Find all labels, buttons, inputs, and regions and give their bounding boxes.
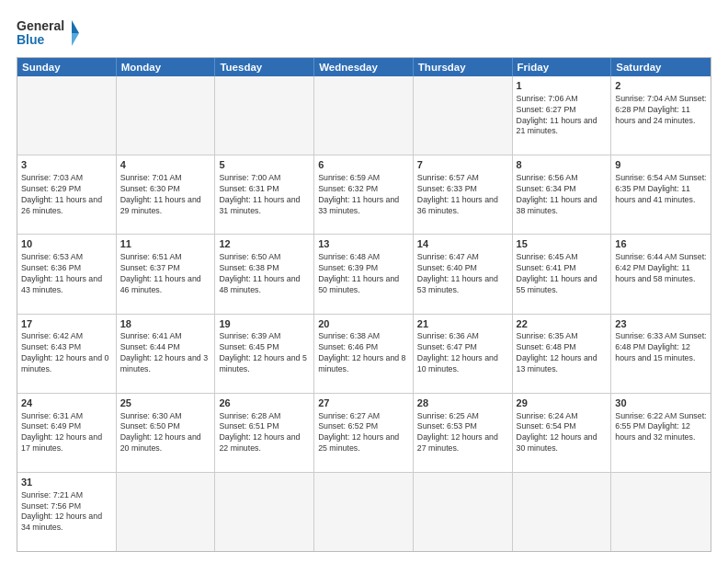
calendar-week-1: 1Sunrise: 7:06 AM Sunset: 6:27 PM Daylig… [17, 76, 711, 155]
day-info: Sunrise: 6:41 AM Sunset: 6:44 PM Dayligh… [120, 331, 211, 375]
svg-marker-3 [72, 33, 79, 46]
svg-marker-2 [72, 20, 79, 33]
calendar-cell: 9Sunrise: 6:54 AM Sunset: 6:35 PM Daylig… [611, 155, 711, 234]
day-number: 10 [21, 237, 112, 251]
day-info: Sunrise: 7:06 AM Sunset: 6:27 PM Dayligh… [517, 94, 608, 138]
day-info: Sunrise: 6:38 AM Sunset: 6:46 PM Dayligh… [318, 331, 409, 375]
calendar-cell [215, 473, 314, 551]
day-info: Sunrise: 7:01 AM Sunset: 6:30 PM Dayligh… [120, 173, 211, 217]
calendar-cell: 6Sunrise: 6:59 AM Sunset: 6:32 PM Daylig… [314, 155, 414, 234]
day-number: 18 [120, 317, 211, 331]
calendar-cell [117, 76, 216, 155]
calendar-cell [215, 76, 314, 155]
day-number: 26 [219, 396, 310, 410]
col-header-thursday: Thursday [414, 58, 513, 76]
day-info: Sunrise: 6:33 AM Sunset: 6:48 PM Dayligh… [615, 331, 707, 364]
day-info: Sunrise: 6:53 AM Sunset: 6:36 PM Dayligh… [21, 252, 112, 296]
calendar-cell [314, 76, 414, 155]
day-info: Sunrise: 6:24 AM Sunset: 6:54 PM Dayligh… [517, 411, 608, 455]
day-number: 3 [21, 158, 112, 172]
day-number: 24 [21, 396, 112, 410]
day-info: Sunrise: 6:31 AM Sunset: 6:49 PM Dayligh… [21, 411, 112, 455]
calendar-cell: 13Sunrise: 6:48 AM Sunset: 6:39 PM Dayli… [314, 235, 414, 313]
calendar-cell [414, 473, 513, 551]
calendar-cell: 11Sunrise: 6:51 AM Sunset: 6:37 PM Dayli… [117, 235, 216, 313]
day-info: Sunrise: 7:04 AM Sunset: 6:28 PM Dayligh… [615, 94, 707, 127]
calendar-cell: 22Sunrise: 6:35 AM Sunset: 6:48 PM Dayli… [513, 315, 612, 393]
calendar-cell: 25Sunrise: 6:30 AM Sunset: 6:50 PM Dayli… [117, 394, 216, 472]
day-info: Sunrise: 6:57 AM Sunset: 6:33 PM Dayligh… [417, 173, 508, 217]
day-info: Sunrise: 6:27 AM Sunset: 6:52 PM Dayligh… [318, 411, 409, 455]
calendar-cell: 20Sunrise: 6:38 AM Sunset: 6:46 PM Dayli… [314, 315, 414, 393]
day-info: Sunrise: 6:36 AM Sunset: 6:47 PM Dayligh… [417, 331, 508, 375]
day-number: 30 [615, 396, 707, 410]
calendar-cell: 24Sunrise: 6:31 AM Sunset: 6:49 PM Dayli… [17, 394, 117, 472]
day-number: 11 [120, 237, 211, 251]
day-number: 7 [417, 158, 508, 172]
calendar-cell: 16Sunrise: 6:44 AM Sunset: 6:42 PM Dayli… [611, 235, 711, 313]
day-info: Sunrise: 6:28 AM Sunset: 6:51 PM Dayligh… [219, 411, 310, 455]
col-header-monday: Monday [117, 58, 216, 76]
calendar-week-2: 3Sunrise: 7:03 AM Sunset: 6:29 PM Daylig… [17, 155, 711, 234]
day-number: 6 [318, 158, 409, 172]
page: General Blue SundayMondayTuesdayWednesda… [0, 0, 728, 563]
day-info: Sunrise: 6:56 AM Sunset: 6:34 PM Dayligh… [517, 173, 608, 217]
day-number: 25 [120, 396, 211, 410]
day-info: Sunrise: 6:30 AM Sunset: 6:50 PM Dayligh… [120, 411, 211, 455]
col-header-wednesday: Wednesday [314, 58, 414, 76]
day-number: 13 [318, 237, 409, 251]
day-number: 20 [318, 317, 409, 331]
calendar-body: 1Sunrise: 7:06 AM Sunset: 6:27 PM Daylig… [17, 76, 711, 551]
day-number: 27 [318, 396, 409, 410]
calendar-week-6: 31Sunrise: 7:21 AM Sunset: 7:56 PM Dayli… [17, 472, 711, 551]
day-info: Sunrise: 6:59 AM Sunset: 6:32 PM Dayligh… [318, 173, 409, 217]
day-info: Sunrise: 6:48 AM Sunset: 6:39 PM Dayligh… [318, 252, 409, 296]
day-info: Sunrise: 7:03 AM Sunset: 6:29 PM Dayligh… [21, 173, 112, 217]
calendar-cell [117, 473, 216, 551]
calendar-cell: 5Sunrise: 7:00 AM Sunset: 6:31 PM Daylig… [215, 155, 314, 234]
calendar-cell [611, 473, 711, 551]
calendar-cell: 12Sunrise: 6:50 AM Sunset: 6:38 PM Dayli… [215, 235, 314, 313]
day-number: 22 [517, 317, 608, 331]
calendar-week-5: 24Sunrise: 6:31 AM Sunset: 6:49 PM Dayli… [17, 393, 711, 472]
day-number: 21 [417, 317, 508, 331]
calendar: SundayMondayTuesdayWednesdayThursdayFrid… [17, 57, 711, 552]
calendar-cell: 10Sunrise: 6:53 AM Sunset: 6:36 PM Dayli… [17, 235, 117, 313]
calendar-cell: 19Sunrise: 6:39 AM Sunset: 6:45 PM Dayli… [215, 315, 314, 393]
calendar-cell [414, 76, 513, 155]
day-info: Sunrise: 6:39 AM Sunset: 6:45 PM Dayligh… [219, 331, 310, 375]
calendar-week-3: 10Sunrise: 6:53 AM Sunset: 6:36 PM Dayli… [17, 234, 711, 313]
col-header-saturday: Saturday [611, 58, 711, 76]
day-info: Sunrise: 6:35 AM Sunset: 6:48 PM Dayligh… [517, 331, 608, 375]
day-number: 16 [615, 237, 707, 251]
calendar-cell [314, 473, 414, 551]
day-info: Sunrise: 6:47 AM Sunset: 6:40 PM Dayligh… [417, 252, 508, 296]
day-info: Sunrise: 7:00 AM Sunset: 6:31 PM Dayligh… [219, 173, 310, 217]
calendar-cell: 28Sunrise: 6:25 AM Sunset: 6:53 PM Dayli… [414, 394, 513, 472]
col-header-friday: Friday [513, 58, 612, 76]
calendar-cell: 15Sunrise: 6:45 AM Sunset: 6:41 PM Dayli… [513, 235, 612, 313]
day-info: Sunrise: 6:44 AM Sunset: 6:42 PM Dayligh… [615, 252, 707, 285]
svg-text:General: General [17, 18, 64, 33]
calendar-cell: 29Sunrise: 6:24 AM Sunset: 6:54 PM Dayli… [513, 394, 612, 472]
day-number: 17 [21, 317, 112, 331]
day-number: 31 [21, 476, 112, 489]
calendar-cell: 27Sunrise: 6:27 AM Sunset: 6:52 PM Dayli… [314, 394, 414, 472]
calendar-cell: 1Sunrise: 7:06 AM Sunset: 6:27 PM Daylig… [513, 76, 612, 155]
calendar-cell: 17Sunrise: 6:42 AM Sunset: 6:43 PM Dayli… [17, 315, 117, 393]
calendar-cell: 14Sunrise: 6:47 AM Sunset: 6:40 PM Dayli… [414, 235, 513, 313]
calendar-cell: 7Sunrise: 6:57 AM Sunset: 6:33 PM Daylig… [414, 155, 513, 234]
day-number: 28 [417, 396, 508, 410]
calendar-cell: 2Sunrise: 7:04 AM Sunset: 6:28 PM Daylig… [611, 76, 711, 155]
day-number: 5 [219, 158, 310, 172]
day-number: 15 [517, 237, 608, 251]
day-number: 12 [219, 237, 310, 251]
day-number: 29 [517, 396, 608, 410]
svg-text:Blue: Blue [17, 32, 45, 47]
col-header-tuesday: Tuesday [215, 58, 314, 76]
calendar-cell: 30Sunrise: 6:22 AM Sunset: 6:55 PM Dayli… [611, 394, 711, 472]
day-info: Sunrise: 6:50 AM Sunset: 6:38 PM Dayligh… [219, 252, 310, 296]
day-info: Sunrise: 6:22 AM Sunset: 6:55 PM Dayligh… [615, 411, 707, 444]
day-number: 1 [517, 79, 608, 93]
day-number: 4 [120, 158, 211, 172]
